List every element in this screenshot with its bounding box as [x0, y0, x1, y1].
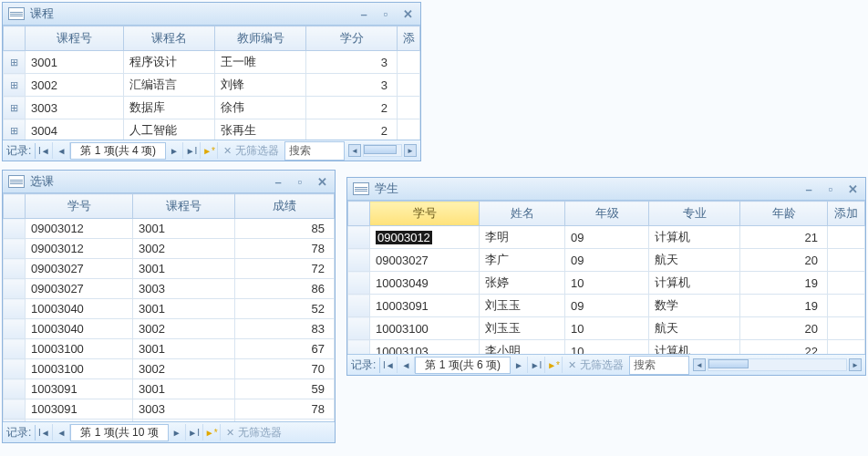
col-credits[interactable]: 学分: [306, 26, 398, 51]
minimize-button[interactable]: –: [271, 175, 285, 188]
nav-last-icon[interactable]: ►I: [528, 357, 545, 373]
nav-last-icon[interactable]: ►I: [186, 424, 203, 440]
nav-new-icon[interactable]: ►*: [545, 357, 563, 373]
table-row[interactable]: 3004人工智能张再生2: [4, 119, 420, 140]
col-add[interactable]: 添: [398, 26, 420, 51]
col-course-id[interactable]: 课程号: [26, 26, 124, 51]
record-position[interactable]: 第 1 项(共 10 项: [70, 424, 168, 441]
maximize-button[interactable]: ▫: [823, 182, 838, 195]
col-course-id[interactable]: 课程号: [133, 194, 235, 219]
table-row[interactable]: 10003040300152: [4, 299, 335, 319]
nav-prev-icon[interactable]: ◄: [53, 424, 70, 440]
selected-cell[interactable]: 09003012: [370, 226, 480, 249]
status-bar-selections: 记录: I◄ ◄ 第 1 项(共 10 项 ► ►I ►* ✕无筛选器: [3, 421, 335, 442]
col-age[interactable]: 年龄: [740, 202, 828, 226]
filter-indicator[interactable]: ✕无筛选器: [221, 425, 287, 440]
minimize-button[interactable]: –: [356, 7, 371, 20]
minimize-button[interactable]: –: [801, 182, 816, 195]
table-row[interactable]: 10003100300167: [4, 339, 335, 359]
expand-row-icon[interactable]: [4, 119, 26, 140]
scroll-right-icon[interactable]: ►: [849, 358, 862, 371]
col-teacher-id[interactable]: 教师编号: [215, 26, 306, 51]
filter-icon: ✕: [223, 145, 232, 157]
record-position[interactable]: 第 1 项(共 4 项): [70, 142, 166, 160]
col-major[interactable]: 专业: [649, 202, 740, 226]
horizontal-scrollbar[interactable]: ◄ ►: [689, 358, 865, 371]
expand-row-icon[interactable]: [4, 74, 26, 97]
select-all-cell[interactable]: [4, 26, 26, 51]
table-row[interactable]: 3001程序设计王一唯3: [4, 51, 420, 74]
close-button[interactable]: ✕: [400, 7, 415, 20]
header-row: 课程号 课程名 教师编号 学分 添: [4, 26, 420, 51]
col-course-name[interactable]: 课程名: [124, 26, 215, 51]
select-all-cell[interactable]: [4, 194, 26, 219]
nav-first-icon[interactable]: I◄: [36, 424, 53, 440]
table-row[interactable]: 09003012300278: [4, 239, 335, 259]
table-row[interactable]: 09003012300185: [4, 219, 335, 239]
horizontal-scrollbar[interactable]: ◄ ►: [345, 144, 420, 157]
scroll-thumb[interactable]: [364, 145, 397, 154]
datagrid-students[interactable]: 学号 姓名 年级 专业 年龄 添加 09003012李明09计算机21 0900…: [347, 201, 865, 354]
table-row[interactable]: 09003027300172: [4, 259, 335, 279]
table-row[interactable]: 3003数据库徐伟2: [4, 97, 420, 119]
records-label: 记录:: [3, 425, 36, 440]
nav-new-icon[interactable]: ►*: [203, 424, 221, 440]
nav-next-icon[interactable]: ►: [166, 142, 183, 159]
table-row[interactable]: 09003012李明09计算机21: [348, 226, 865, 249]
search-input[interactable]: 搜索: [629, 356, 689, 375]
nav-prev-icon[interactable]: ◄: [398, 357, 415, 373]
records-label: 记录:: [347, 358, 380, 373]
nav-first-icon[interactable]: I◄: [36, 142, 53, 159]
filter-indicator[interactable]: ✕无筛选器: [218, 143, 284, 159]
maximize-button[interactable]: ▫: [378, 7, 393, 20]
table-row[interactable]: 10003040300283: [4, 319, 335, 339]
titlebar-courses[interactable]: 课程 – ▫ ✕: [3, 3, 420, 26]
scroll-left-icon[interactable]: ◄: [348, 144, 361, 157]
titlebar-selections[interactable]: 选课 – ▫ ✕: [3, 171, 335, 193]
filter-indicator[interactable]: ✕无筛选器: [563, 358, 629, 373]
datagrid-icon: [8, 175, 25, 188]
window-courses: 课程 – ▫ ✕ 课程号 课程名 教师编号 学分 添 3001程序设计王一唯3 …: [2, 2, 421, 161]
nav-last-icon[interactable]: ►I: [183, 142, 201, 159]
search-input[interactable]: 搜索: [284, 141, 345, 161]
nav-first-icon[interactable]: I◄: [380, 357, 398, 373]
titlebar-students[interactable]: 学生 – ▫ ✕: [347, 178, 865, 201]
scroll-left-icon[interactable]: ◄: [693, 358, 706, 371]
nav-next-icon[interactable]: ►: [169, 424, 186, 440]
table-row[interactable]: 10003100刘玉玉10航天20: [348, 317, 865, 340]
nav-prev-icon[interactable]: ◄: [53, 142, 70, 159]
close-button[interactable]: ✕: [315, 175, 329, 188]
table-row[interactable]: 1003091300378: [4, 399, 335, 420]
table-row[interactable]: 10003100300270: [4, 359, 335, 379]
select-all-cell[interactable]: [348, 202, 370, 226]
nav-next-icon[interactable]: ►: [511, 357, 528, 373]
scroll-thumb[interactable]: [708, 359, 749, 368]
window-title: 学生: [375, 181, 801, 197]
col-grade[interactable]: 年级: [565, 202, 649, 226]
table-row[interactable]: 10003049张婷10计算机19: [348, 272, 865, 295]
col-student-id[interactable]: 学号: [370, 202, 480, 226]
table-row[interactable]: 09003027李广09航天20: [348, 249, 865, 272]
record-position[interactable]: 第 1 项(共 6 项): [415, 357, 511, 374]
nav-new-icon[interactable]: ►*: [201, 142, 218, 159]
close-button[interactable]: ✕: [845, 182, 860, 195]
table-row[interactable]: 3002汇编语言刘锋3: [4, 74, 420, 97]
datagrid-selections[interactable]: 学号 课程号 成绩 09003012300185 09003012300278 …: [3, 193, 335, 421]
scroll-track[interactable]: [708, 358, 847, 371]
scroll-right-icon[interactable]: ►: [404, 144, 417, 157]
col-add[interactable]: 添加: [828, 202, 865, 226]
table-row[interactable]: 1003091300159: [4, 379, 335, 399]
expand-row-icon[interactable]: [4, 97, 26, 119]
table-row[interactable]: 09003027300386: [4, 279, 335, 299]
col-student-id[interactable]: 学号: [26, 194, 133, 219]
header-row: 学号 课程号 成绩: [4, 194, 335, 219]
window-title: 课程: [30, 5, 356, 22]
maximize-button[interactable]: ▫: [293, 175, 307, 188]
col-score[interactable]: 成绩: [235, 194, 335, 219]
col-name[interactable]: 姓名: [480, 202, 565, 226]
table-row[interactable]: 10003091刘玉玉09数学19: [348, 295, 865, 317]
scroll-track[interactable]: [363, 144, 402, 157]
expand-row-icon[interactable]: [4, 51, 26, 74]
table-row[interactable]: 10003103李小明10计算机22: [348, 340, 865, 355]
datagrid-courses[interactable]: 课程号 课程名 教师编号 学分 添 3001程序设计王一唯3 3002汇编语言刘…: [3, 26, 420, 140]
